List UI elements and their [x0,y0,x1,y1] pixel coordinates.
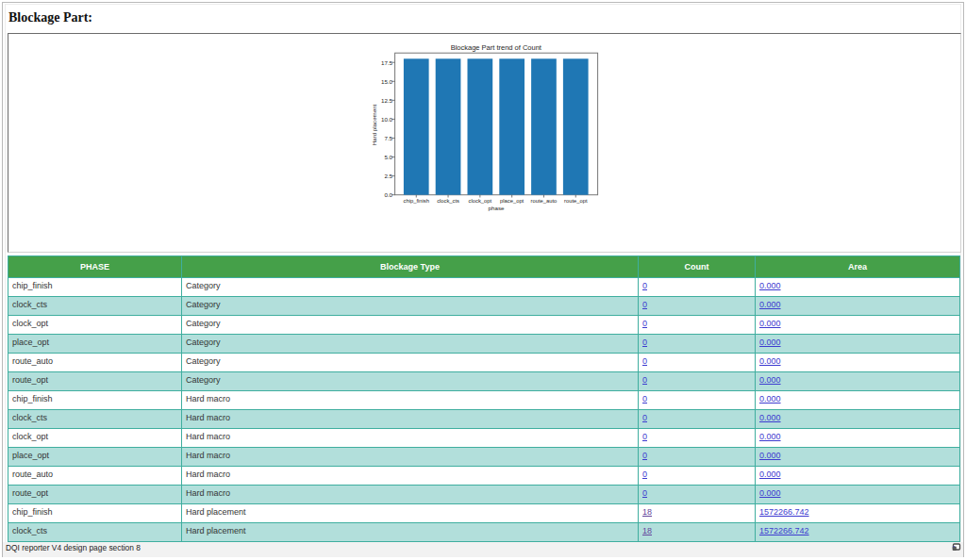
svg-text:7.5: 7.5 [384,135,392,141]
svg-text:0.0: 0.0 [384,191,392,198]
svg-text:Blockage Part trend of Count: Blockage Part trend of Count [451,43,542,52]
svg-text:5.0: 5.0 [384,154,392,160]
svg-text:15.0: 15.0 [381,78,393,85]
svg-text:clock_opt: clock_opt [469,198,492,204]
svg-text:place_opt: place_opt [500,198,525,204]
svg-text:10.0: 10.0 [381,116,393,123]
svg-text:2.5: 2.5 [384,173,392,179]
svg-text:clock_cts: clock_cts [437,198,459,204]
svg-text:route_opt: route_opt [564,198,588,204]
svg-text:chip_finish: chip_finish [404,198,429,204]
svg-text:12.5: 12.5 [381,97,393,104]
svg-text:Hard placement: Hard placement [371,104,377,145]
svg-text:phase: phase [489,205,505,211]
svg-text:17.5: 17.5 [381,59,393,66]
svg-text:route_auto: route_auto [531,198,558,204]
